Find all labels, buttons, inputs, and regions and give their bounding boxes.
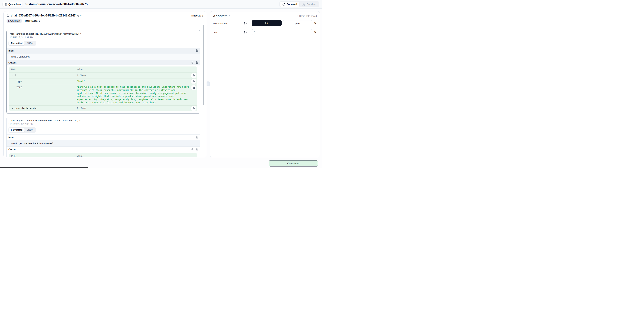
table-row: text "Langfuse is a tool designed to hel…	[9, 84, 197, 105]
score-name: custom-score	[213, 22, 244, 25]
app-root: Queue item custom-queue: cmiacwel70041ad…	[0, 0, 322, 168]
check-icon: ✓	[296, 15, 298, 18]
output-label: Output	[8, 61, 16, 64]
col-value: Value	[77, 155, 82, 157]
queue-item-panel: chat_536ed067-b86e-4eb6-882b-ba27148a234…	[3, 11, 206, 157]
chevron-right-icon[interactable]	[11, 107, 14, 110]
trace-timestamp: 11/12/2025, 3:12:36 PM	[8, 123, 198, 126]
output-json-table: Path Value 0 3 items	[9, 153, 197, 157]
json-value: 3 items	[77, 74, 197, 77]
queue-item-badge[interactable]: Queue item	[2, 2, 22, 7]
trace-link-label: Trace: langfuse-chatbot (9d0a6f2e6de8670…	[8, 119, 78, 122]
page-title: custom-queue: cmiacwel70041ad060s7tlr75	[25, 3, 88, 6]
output-label: Output	[8, 148, 16, 151]
copy-icon[interactable]	[195, 136, 198, 139]
remove-score-button[interactable]: ✕	[313, 22, 317, 25]
json-key: 0	[15, 74, 16, 77]
trace-card: Trace: langfuse-chatbot (d174b1589072e43…	[6, 30, 200, 114]
clipboard-pen-icon	[4, 3, 7, 6]
input-text: How to get user feedback in my traces?	[6, 140, 200, 146]
trace-link-label: Trace: langfuse-chatbot (d174b1589072e43…	[8, 33, 79, 35]
tree-icon	[302, 3, 305, 6]
queue-item-badge-label: Queue item	[8, 3, 20, 6]
info-icon[interactable]	[229, 15, 232, 18]
gauge-icon	[282, 3, 285, 6]
trace-link[interactable]: Trace: langfuse-chatbot (9d0a6f2e6de8670…	[8, 119, 81, 122]
tab-json[interactable]: JSON	[25, 41, 35, 45]
copy-icon[interactable]	[192, 79, 196, 84]
table-row: type "text"	[9, 78, 197, 84]
input-section-header: Input	[6, 134, 200, 140]
format-tabs: Formatted JSON	[8, 41, 36, 46]
score-saved-status: ✓ Score data saved	[296, 15, 317, 18]
copy-icon[interactable]	[195, 61, 198, 64]
input-section-header: Input	[6, 48, 200, 53]
completed-button[interactable]: Completed	[269, 160, 318, 167]
output-json-table: Path Value 0 3 items	[9, 67, 197, 111]
json-value: "text"	[77, 80, 197, 83]
json-value: "Langfuse is a tool designed to help bus…	[77, 85, 197, 104]
bottom-edge-bar	[0, 167, 88, 168]
copy-icon[interactable]	[192, 73, 196, 78]
input-label: Input	[8, 49, 14, 52]
id-label: ID	[80, 15, 82, 17]
input-label: Input	[8, 136, 14, 139]
score-name: score	[213, 31, 219, 34]
table-header-row: Path Value	[9, 153, 197, 157]
col-path: Path	[11, 155, 16, 157]
json-key: text	[16, 86, 22, 88]
score-option-pass[interactable]: pass	[283, 20, 312, 26]
col-value: Value	[77, 68, 82, 71]
format-tabs: Formatted JSON	[8, 127, 36, 133]
copy-icon[interactable]	[192, 85, 196, 90]
table-header-row: Path Value	[9, 67, 197, 73]
trace-link[interactable]: Trace: langfuse-chatbot (d174b1589072e43…	[8, 33, 82, 35]
json-key: providerMetadata	[15, 107, 36, 110]
output-section-header: Output	[6, 146, 200, 152]
remove-score-button[interactable]: ✕	[313, 31, 317, 34]
tab-formatted[interactable]: Formatted	[9, 41, 24, 45]
traces-scroll-area: Trace: langfuse-chatbot (d174b1589072e43…	[4, 27, 206, 157]
top-bar: Queue item custom-queue: cmiacwel70041ad…	[0, 0, 322, 9]
external-link-icon: ↗	[80, 33, 82, 35]
annotate-panel: Annotate ✓ Score data saved custom-score…	[210, 11, 320, 157]
chevron-down-icon[interactable]	[11, 74, 14, 77]
copy-id-button[interactable]: ID	[77, 15, 82, 17]
item-header: chat_536ed067-b86e-4eb6-882b-ba27148a234…	[4, 12, 206, 25]
table-row: 0 3 items	[9, 73, 197, 78]
table-row: providerMetadata 1 items	[9, 105, 197, 111]
col-path: Path	[11, 68, 16, 71]
output-section-header: Output	[6, 60, 200, 65]
clock-icon	[6, 14, 9, 17]
focused-toggle-label: Focused	[287, 3, 297, 6]
total-traces-label: Total traces: 2	[24, 20, 40, 22]
score-option-fail[interactable]: fail	[252, 20, 282, 26]
input-text: What's Langfuse?	[6, 53, 200, 60]
score-row-score: score ✕	[210, 29, 320, 35]
panel-resize-handle[interactable]	[206, 82, 210, 86]
score-value-input[interactable]	[252, 29, 312, 35]
item-title: chat_536ed067-b86e-4eb6-882b-ba27148a234…	[11, 14, 76, 17]
env-badge: Env: default	[6, 19, 22, 23]
external-link-icon: ↗	[79, 119, 81, 122]
detailed-toggle-button[interactable]: Detailed	[300, 2, 319, 7]
copy-icon	[77, 15, 80, 17]
unfold-vertical-icon[interactable]	[191, 148, 194, 151]
trace-timestamp: 11/12/2025, 3:12:32 PM	[8, 36, 198, 39]
copy-icon[interactable]	[192, 106, 196, 111]
tab-formatted[interactable]: Formatted	[9, 128, 24, 132]
focused-toggle-button[interactable]: Focused	[280, 2, 300, 7]
comment-bubble-icon[interactable]	[244, 31, 248, 34]
json-key: type	[16, 80, 22, 83]
copy-icon[interactable]	[195, 148, 198, 151]
trace-counter: Trace 2 / 2	[191, 14, 203, 17]
tab-json[interactable]: JSON	[25, 128, 35, 132]
detailed-toggle-label: Detailed	[306, 3, 316, 6]
annotate-title: Annotate	[213, 14, 228, 18]
unfold-vertical-icon[interactable]	[191, 61, 194, 64]
scrollbar-thumb[interactable]	[203, 25, 204, 105]
comment-bubble-icon[interactable]	[244, 22, 248, 25]
view-toggle: Focused Detailed	[279, 1, 320, 7]
copy-icon[interactable]	[195, 49, 198, 52]
score-row-custom-score: custom-score fail pass ✕	[210, 20, 320, 26]
